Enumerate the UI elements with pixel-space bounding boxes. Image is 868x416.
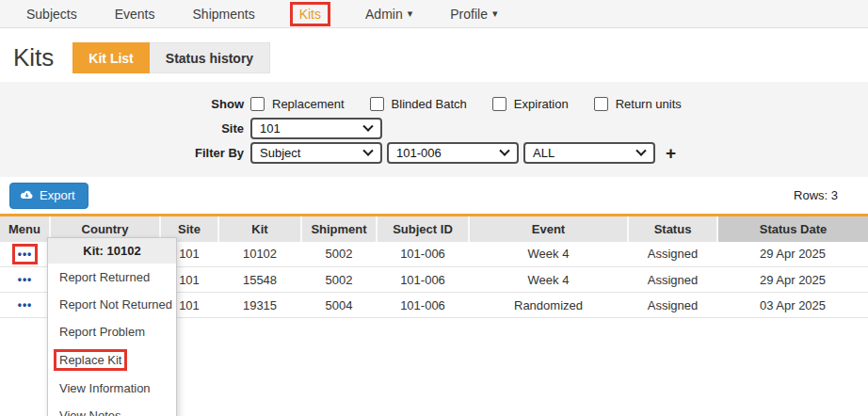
nav-item-shipments[interactable]: Shipments [174, 7, 274, 22]
filter-by-field-value: Subject [260, 146, 300, 160]
export-button-label: Export [40, 188, 75, 202]
menu-item-replace-kit[interactable]: Replace Kit [48, 345, 176, 375]
site-select-value: 101 [260, 121, 281, 136]
chevron-down-icon [362, 120, 373, 131]
table-toolbar: Export Rows: 3 [0, 177, 868, 214]
page-title: Kits [13, 43, 54, 72]
col-header-shipment[interactable]: Shipment [301, 216, 377, 242]
cell-subject-id: 101-006 [377, 242, 469, 267]
context-menu-title: Kit: 10102 [48, 238, 176, 264]
site-label: Site [0, 121, 250, 136]
show-label: Show [0, 97, 250, 111]
nav-item-profile[interactable]: Profile ▾ [431, 7, 516, 22]
cell-status-date: 29 Apr 2025 [717, 242, 868, 267]
chevron-down-icon [499, 145, 509, 155]
row-menu-button[interactable]: ••• [15, 272, 36, 287]
row-menu-button[interactable]: ••• [15, 297, 36, 312]
tab-kit-list[interactable]: Kit List [72, 42, 149, 73]
expiration-checkbox-label: Expiration [514, 97, 569, 111]
cell-event: Week 4 [469, 267, 628, 293]
col-header-subject-id[interactable]: Subject ID [377, 216, 469, 242]
col-header-status[interactable]: Status [628, 216, 717, 242]
nav-item-admin[interactable]: Admin ▾ [346, 7, 431, 22]
rows-count: Rows: 3 [794, 188, 838, 202]
cell-status: Assigned [628, 242, 717, 267]
filter-by-subject-value: 101-006 [396, 146, 442, 160]
filter-by-field-select[interactable]: Subject [250, 142, 382, 164]
cell-event: Randomized [469, 293, 628, 318]
filter-by-condition-select[interactable]: ALL [523, 142, 655, 164]
checkbox-return-units: Return units [594, 97, 682, 111]
top-navbar: Subjects Events Shipments Kits Admin ▾ P… [0, 0, 868, 28]
export-button[interactable]: Export [9, 183, 88, 209]
tab-group: Kit List Status history [72, 42, 270, 73]
cell-kit: 10102 [218, 242, 301, 267]
replacement-checkbox-label: Replacement [272, 97, 345, 111]
col-header-menu[interactable]: Menu [0, 216, 50, 242]
cell-status-date: 29 Apr 2025 [717, 267, 868, 293]
chevron-down-icon [362, 145, 373, 155]
blinded-batch-checkbox[interactable] [370, 97, 384, 111]
nav-item-events[interactable]: Events [96, 7, 174, 22]
return-units-checkbox-label: Return units [616, 97, 682, 111]
filter-by-label: Filter By [0, 146, 250, 160]
chevron-down-icon [635, 145, 646, 155]
col-header-kit[interactable]: Kit [218, 216, 301, 242]
checkbox-replacement: Replacement [250, 97, 345, 111]
caret-down-icon: ▾ [408, 8, 413, 19]
cell-status-date: 03 Apr 2025 [717, 293, 868, 318]
filter-by-subject-select[interactable]: 101-006 [387, 142, 519, 164]
filter-by-condition-value: ALL [533, 146, 555, 160]
tab-status-history[interactable]: Status history [150, 42, 270, 73]
cell-kit: 15548 [218, 267, 301, 293]
menu-item-report-returned[interactable]: Report Returned [48, 264, 176, 291]
cell-subject-id: 101-006 [377, 267, 469, 293]
filter-by-row: Filter By Subject 101-006 ALL + [0, 142, 868, 164]
checkbox-blinded-batch: Blinded Batch [370, 97, 467, 111]
expiration-checkbox[interactable] [492, 97, 506, 111]
kit-context-menu: Kit: 10102 Report Returned Report Not Re… [47, 237, 177, 416]
cell-status: Assigned [628, 293, 717, 318]
col-header-status-date[interactable]: Status Date [717, 216, 868, 242]
blinded-batch-checkbox-label: Blinded Batch [392, 97, 467, 111]
show-filter-row: Show Replacement Blinded Batch Expiratio… [0, 93, 868, 115]
menu-item-report-problem[interactable]: Report Problem [48, 318, 176, 345]
nav-item-subjects[interactable]: Subjects [8, 7, 96, 22]
menu-item-view-information[interactable]: View Information [48, 375, 176, 402]
menu-item-report-not-returned[interactable]: Report Not Returned [48, 291, 176, 318]
add-filter-button[interactable]: + [666, 144, 676, 162]
filter-panel: Show Replacement Blinded Batch Expiratio… [0, 82, 868, 177]
cell-kit: 19315 [218, 293, 301, 318]
checkbox-expiration: Expiration [492, 97, 569, 111]
cell-shipment: 5002 [301, 267, 377, 293]
cell-event: Week 4 [469, 242, 628, 267]
cell-shipment: 5002 [301, 242, 377, 267]
site-filter-row: Site 101 [0, 118, 868, 139]
cell-subject-id: 101-006 [377, 293, 469, 318]
menu-item-view-notes[interactable]: View Notes [48, 402, 176, 416]
return-units-checkbox[interactable] [594, 97, 608, 111]
replace-kit-highlight-annotation: Replace Kit [56, 352, 124, 368]
page-header: Kits Kit List Status history [0, 28, 868, 82]
nav-item-kits[interactable]: Kits [274, 5, 346, 24]
caret-down-icon: ▾ [492, 8, 498, 19]
kits-highlight-annotation: Kits [293, 5, 328, 24]
site-select[interactable]: 101 [250, 118, 382, 139]
replacement-checkbox[interactable] [250, 97, 265, 111]
cell-shipment: 5004 [301, 293, 377, 318]
col-header-event[interactable]: Event [469, 216, 628, 242]
cell-status: Assigned [628, 267, 717, 293]
row-menu-button[interactable]: ••• [15, 247, 36, 262]
cloud-download-icon [20, 189, 34, 200]
